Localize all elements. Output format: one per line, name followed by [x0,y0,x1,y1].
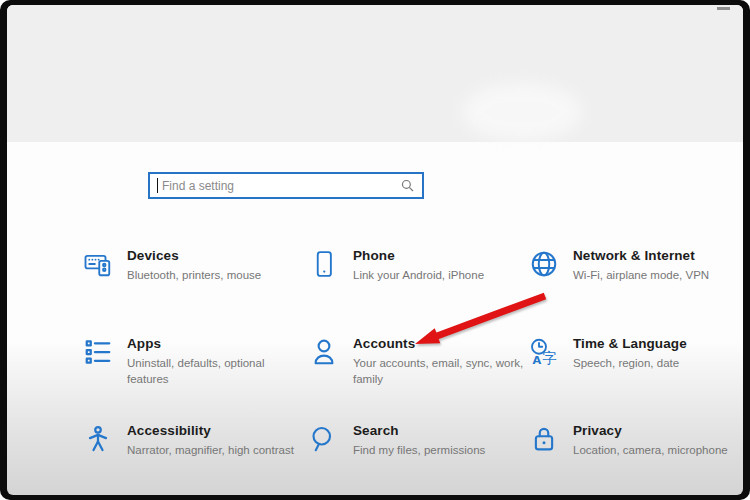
svg-text:A: A [533,354,542,367]
tile-accounts[interactable]: Accounts Your accounts, email, sync, wor… [308,336,525,387]
tile-title: Privacy [573,423,743,438]
text-caret [157,178,158,193]
find-a-setting-searchbox[interactable] [148,172,424,199]
magnifier-icon [401,179,414,192]
tile-subtitle: Wi-Fi, airplane mode, VPN [573,267,743,283]
tile-subtitle: Link your Android, iPhone [353,267,525,283]
tile-subtitle: Narrator, magnifier, high contrast [127,442,299,458]
tile-subtitle: Your accounts, email, sync, work, family [353,355,525,387]
search-magnifier-icon [308,424,340,454]
tile-subtitle: Location, camera, microphone [573,442,743,458]
apps-list-icon [82,337,114,367]
tile-apps[interactable]: Apps Uninstall, defaults, optional featu… [82,336,299,387]
devices-icon [82,249,114,279]
settings-window: Devices Bluetooth, printers, mouse Phone… [7,5,743,495]
tile-devices[interactable]: Devices Bluetooth, printers, mouse [82,248,299,283]
tile-title: Accessibility [127,423,299,438]
header-glow [462,83,582,141]
search-input[interactable] [160,178,401,194]
tile-title: Time & Language [573,336,743,351]
tile-title: Network & Internet [573,248,743,263]
tile-subtitle: Uninstall, defaults, optional features [127,355,299,387]
minimize-icon[interactable] [717,7,730,10]
header-band [7,5,743,142]
network-globe-icon [528,249,560,279]
accessibility-icon [82,424,114,454]
tile-privacy[interactable]: Privacy Location, camera, microphone [528,423,743,458]
screenshot-frame: Devices Bluetooth, printers, mouse Phone… [0,0,750,500]
tile-title: Devices [127,248,299,263]
tile-title: Search [353,423,525,438]
phone-icon [308,249,340,279]
tile-phone[interactable]: Phone Link your Android, iPhone [308,248,525,283]
tile-network-internet[interactable]: Network & Internet Wi-Fi, airplane mode,… [528,248,743,283]
time-language-icon: A 字 [528,337,560,367]
tile-title: Phone [353,248,525,263]
accounts-person-icon [308,337,340,367]
tile-subtitle: Speech, region, date [573,355,743,371]
svg-text:字: 字 [542,350,556,366]
tile-subtitle: Bluetooth, printers, mouse [127,267,299,283]
tile-search[interactable]: Search Find my files, permissions [308,423,525,458]
tile-title: Apps [127,336,299,351]
tile-title: Accounts [353,336,525,351]
privacy-lock-icon [528,424,560,454]
tile-accessibility[interactable]: Accessibility Narrator, magnifier, high … [82,423,299,458]
tile-subtitle: Find my files, permissions [353,442,525,458]
tile-time-language[interactable]: A 字 Time & Language Speech, region, date [528,336,743,371]
